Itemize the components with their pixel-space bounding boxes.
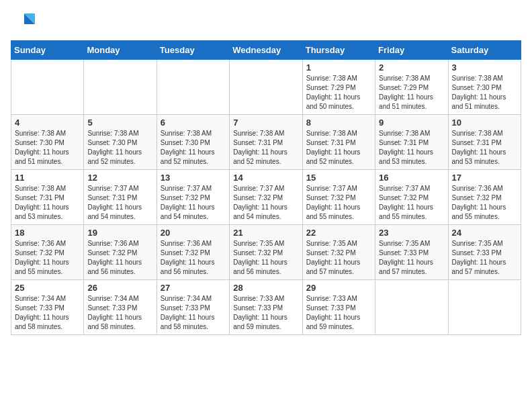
page-header [11,11,521,35]
calendar-cell: 28Sunrise: 7:33 AM Sunset: 7:33 PM Dayli… [230,280,302,335]
week-row-4: 18Sunrise: 7:36 AM Sunset: 7:32 PM Dayli… [11,225,521,280]
day-number: 26 [87,283,152,293]
day-number: 22 [306,228,371,238]
day-number: 12 [87,173,152,183]
logo-icon [11,11,35,35]
day-info: Sunrise: 7:33 AM Sunset: 7:33 PM Dayligh… [233,294,298,332]
weekday-header-wednesday: Wednesday [230,41,302,60]
day-number: 10 [452,118,517,128]
day-info: Sunrise: 7:38 AM Sunset: 7:31 PM Dayligh… [15,184,80,222]
day-info: Sunrise: 7:38 AM Sunset: 7:31 PM Dayligh… [379,129,444,167]
day-info: Sunrise: 7:34 AM Sunset: 7:33 PM Dayligh… [87,294,152,332]
day-number: 6 [161,118,226,128]
calendar-cell: 16Sunrise: 7:37 AM Sunset: 7:32 PM Dayli… [375,170,448,225]
calendar-cell: 15Sunrise: 7:37 AM Sunset: 7:32 PM Dayli… [302,170,375,225]
day-info: Sunrise: 7:37 AM Sunset: 7:31 PM Dayligh… [87,184,152,222]
calendar-cell: 13Sunrise: 7:37 AM Sunset: 7:32 PM Dayli… [157,170,229,225]
weekday-header-saturday: Saturday [448,41,521,60]
day-info: Sunrise: 7:38 AM Sunset: 7:31 PM Dayligh… [233,129,298,167]
day-info: Sunrise: 7:34 AM Sunset: 7:33 PM Dayligh… [15,294,80,332]
weekday-header-thursday: Thursday [302,41,375,60]
day-number: 28 [233,283,298,293]
calendar-cell: 1Sunrise: 7:38 AM Sunset: 7:29 PM Daylig… [302,60,375,115]
calendar-cell [157,60,229,115]
calendar-cell: 9Sunrise: 7:38 AM Sunset: 7:31 PM Daylig… [375,115,448,170]
week-row-2: 4Sunrise: 7:38 AM Sunset: 7:30 PM Daylig… [11,115,521,170]
day-info: Sunrise: 7:37 AM Sunset: 7:32 PM Dayligh… [233,184,298,222]
calendar-cell: 3Sunrise: 7:38 AM Sunset: 7:30 PM Daylig… [448,60,521,115]
calendar-cell: 6Sunrise: 7:38 AM Sunset: 7:30 PM Daylig… [157,115,229,170]
day-number: 2 [379,62,444,73]
day-number: 21 [233,228,298,238]
calendar-cell: 8Sunrise: 7:38 AM Sunset: 7:31 PM Daylig… [302,115,375,170]
day-number: 13 [161,173,226,183]
day-number: 3 [452,62,517,73]
calendar-cell: 11Sunrise: 7:38 AM Sunset: 7:31 PM Dayli… [11,170,84,225]
day-info: Sunrise: 7:37 AM Sunset: 7:32 PM Dayligh… [379,184,444,222]
day-info: Sunrise: 7:35 AM Sunset: 7:33 PM Dayligh… [379,239,444,277]
calendar-cell: 26Sunrise: 7:34 AM Sunset: 7:33 PM Dayli… [84,280,157,335]
day-info: Sunrise: 7:36 AM Sunset: 7:32 PM Dayligh… [15,239,80,277]
calendar-cell: 22Sunrise: 7:35 AM Sunset: 7:32 PM Dayli… [302,225,375,280]
day-info: Sunrise: 7:38 AM Sunset: 7:31 PM Dayligh… [306,129,371,167]
day-info: Sunrise: 7:38 AM Sunset: 7:30 PM Dayligh… [161,129,226,167]
day-number: 27 [161,283,226,293]
day-info: Sunrise: 7:37 AM Sunset: 7:32 PM Dayligh… [306,184,371,222]
calendar-cell: 18Sunrise: 7:36 AM Sunset: 7:32 PM Dayli… [11,225,84,280]
calendar-cell: 17Sunrise: 7:36 AM Sunset: 7:32 PM Dayli… [448,170,521,225]
calendar-cell: 24Sunrise: 7:35 AM Sunset: 7:33 PM Dayli… [448,225,521,280]
day-number: 4 [15,118,80,128]
day-number: 8 [306,118,371,128]
calendar-cell: 5Sunrise: 7:38 AM Sunset: 7:30 PM Daylig… [84,115,157,170]
day-number: 17 [452,173,517,183]
day-number: 9 [379,118,444,128]
day-info: Sunrise: 7:38 AM Sunset: 7:30 PM Dayligh… [452,74,517,111]
day-info: Sunrise: 7:38 AM Sunset: 7:30 PM Dayligh… [87,129,152,167]
day-number: 5 [87,118,152,128]
calendar-cell: 23Sunrise: 7:35 AM Sunset: 7:33 PM Dayli… [375,225,448,280]
calendar-cell [84,60,157,115]
day-info: Sunrise: 7:34 AM Sunset: 7:33 PM Dayligh… [161,294,226,332]
day-number: 14 [233,173,298,183]
logo [11,11,38,35]
calendar-cell: 27Sunrise: 7:34 AM Sunset: 7:33 PM Dayli… [157,280,229,335]
calendar-cell: 21Sunrise: 7:35 AM Sunset: 7:32 PM Dayli… [230,225,302,280]
weekday-header-sunday: Sunday [11,41,84,60]
calendar-cell: 7Sunrise: 7:38 AM Sunset: 7:31 PM Daylig… [230,115,302,170]
calendar-cell: 25Sunrise: 7:34 AM Sunset: 7:33 PM Dayli… [11,280,84,335]
day-number: 29 [306,283,371,293]
calendar-cell [230,60,302,115]
day-number: 11 [15,173,80,183]
day-number: 18 [15,228,80,238]
calendar-cell: 29Sunrise: 7:33 AM Sunset: 7:33 PM Dayli… [302,280,375,335]
day-info: Sunrise: 7:36 AM Sunset: 7:32 PM Dayligh… [161,239,226,277]
day-number: 16 [379,173,444,183]
weekday-header-tuesday: Tuesday [157,41,229,60]
day-info: Sunrise: 7:38 AM Sunset: 7:30 PM Dayligh… [15,129,80,167]
week-row-1: 1Sunrise: 7:38 AM Sunset: 7:29 PM Daylig… [11,60,521,115]
weekday-header-friday: Friday [375,41,448,60]
weekday-header-monday: Monday [84,41,157,60]
calendar-cell [375,280,448,335]
calendar-cell: 19Sunrise: 7:36 AM Sunset: 7:32 PM Dayli… [84,225,157,280]
day-number: 15 [306,173,371,183]
calendar-cell [448,280,521,335]
day-number: 7 [233,118,298,128]
day-info: Sunrise: 7:35 AM Sunset: 7:32 PM Dayligh… [233,239,298,277]
week-row-3: 11Sunrise: 7:38 AM Sunset: 7:31 PM Dayli… [11,170,521,225]
day-number: 1 [306,62,371,73]
day-info: Sunrise: 7:33 AM Sunset: 7:33 PM Dayligh… [306,294,371,332]
calendar-cell: 20Sunrise: 7:36 AM Sunset: 7:32 PM Dayli… [157,225,229,280]
calendar-table: SundayMondayTuesdayWednesdayThursdayFrid… [11,40,521,335]
day-number: 23 [379,228,444,238]
calendar-cell: 12Sunrise: 7:37 AM Sunset: 7:31 PM Dayli… [84,170,157,225]
calendar-cell: 10Sunrise: 7:38 AM Sunset: 7:31 PM Dayli… [448,115,521,170]
day-number: 25 [15,283,80,293]
day-number: 24 [452,228,517,238]
calendar-header-row: SundayMondayTuesdayWednesdayThursdayFrid… [11,41,521,60]
day-info: Sunrise: 7:37 AM Sunset: 7:32 PM Dayligh… [161,184,226,222]
calendar-cell: 2Sunrise: 7:38 AM Sunset: 7:29 PM Daylig… [375,60,448,115]
calendar-cell: 14Sunrise: 7:37 AM Sunset: 7:32 PM Dayli… [230,170,302,225]
calendar-cell: 4Sunrise: 7:38 AM Sunset: 7:30 PM Daylig… [11,115,84,170]
day-info: Sunrise: 7:38 AM Sunset: 7:29 PM Dayligh… [379,74,444,111]
